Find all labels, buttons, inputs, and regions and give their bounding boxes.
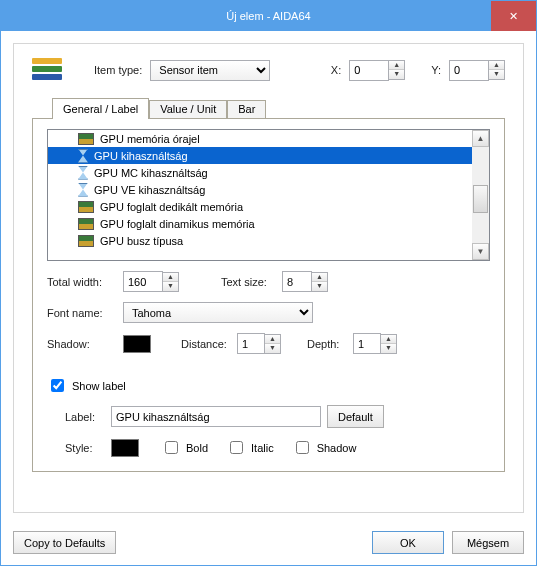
shadow-color-swatch[interactable] [123, 335, 151, 353]
list-scrollbar[interactable]: ▲ ▼ [472, 130, 489, 260]
scroll-down-icon[interactable]: ▼ [472, 243, 489, 260]
list-item: GPU MC kihasználtság [48, 164, 472, 181]
font-name-label: Font name: [47, 307, 117, 319]
chip-icon [78, 235, 94, 247]
depth-spinner[interactable]: ▲▼ [381, 334, 397, 354]
text-size-label: Text size: [221, 276, 276, 288]
item-type-label: Item type: [94, 64, 142, 76]
chip-icon [78, 201, 94, 213]
text-size-input[interactable] [282, 271, 312, 292]
x-label: X: [331, 64, 341, 76]
copy-defaults-button[interactable]: Copy to Defaults [13, 531, 116, 554]
list-item: GPU memória órajel [48, 130, 472, 147]
cancel-button[interactable]: Mégsem [452, 531, 524, 554]
distance-input[interactable] [237, 333, 265, 354]
depth-label: Depth: [307, 338, 347, 350]
app-logo-icon [32, 58, 62, 82]
window-title: Új elem - AIDA64 [226, 10, 310, 22]
hourglass-icon [78, 183, 88, 197]
total-width-spinner[interactable]: ▲▼ [163, 272, 179, 292]
label-label: Label: [65, 411, 105, 423]
y-label: Y: [431, 64, 441, 76]
x-input[interactable] [349, 60, 389, 81]
depth-input[interactable] [353, 333, 381, 354]
item-type-select[interactable]: Sensor item [150, 60, 270, 81]
scroll-thumb[interactable] [473, 185, 488, 213]
x-spinner[interactable]: ▲▼ [389, 60, 405, 80]
distance-label: Distance: [181, 338, 231, 350]
ok-button[interactable]: OK [372, 531, 444, 554]
chip-icon [78, 218, 94, 230]
y-spinner[interactable]: ▲▼ [489, 60, 505, 80]
scroll-up-icon[interactable]: ▲ [472, 130, 489, 147]
bold-checkbox[interactable]: Bold [161, 438, 208, 457]
tab-value[interactable]: Value / Unit [149, 100, 227, 119]
list-item: GPU busz típusa [48, 232, 472, 249]
chip-icon [78, 133, 94, 145]
shadow-checkbox[interactable]: Shadow [292, 438, 357, 457]
y-input[interactable] [449, 60, 489, 81]
title-bar: Új elem - AIDA64 ✕ [1, 1, 536, 31]
hourglass-icon [78, 166, 88, 180]
list-item: GPU foglalt dedikált memória [48, 198, 472, 215]
default-button[interactable]: Default [327, 405, 384, 428]
list-item: GPU foglalt dinamikus memória [48, 215, 472, 232]
close-icon: ✕ [509, 10, 518, 23]
font-name-select[interactable]: Tahoma [123, 302, 313, 323]
italic-checkbox[interactable]: Italic [226, 438, 274, 457]
shadow-label: Shadow: [47, 338, 117, 350]
total-width-label: Total width: [47, 276, 117, 288]
label-input[interactable] [111, 406, 321, 427]
sensor-list[interactable]: GPU memória órajel GPU kihasználtság GPU… [47, 129, 490, 261]
distance-spinner[interactable]: ▲▼ [265, 334, 281, 354]
list-item: GPU VE kihasználtság [48, 181, 472, 198]
tab-general[interactable]: General / Label [52, 98, 149, 119]
tab-bar[interactable]: Bar [227, 100, 266, 119]
text-size-spinner[interactable]: ▲▼ [312, 272, 328, 292]
close-button[interactable]: ✕ [491, 1, 536, 31]
style-color-swatch[interactable] [111, 439, 139, 457]
hourglass-icon [78, 149, 88, 163]
style-label: Style: [65, 442, 105, 454]
show-label-checkbox[interactable]: Show label [47, 376, 126, 395]
total-width-input[interactable] [123, 271, 163, 292]
list-item: GPU kihasználtság [48, 147, 472, 164]
